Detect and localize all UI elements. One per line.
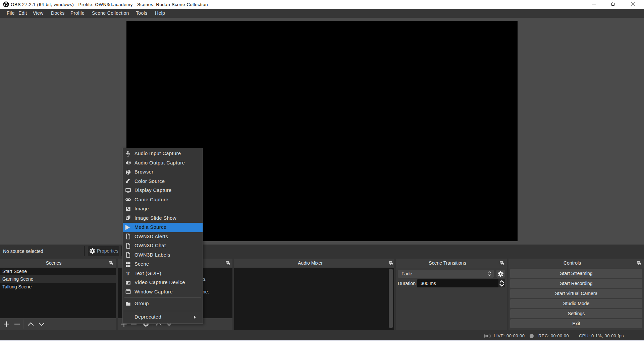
svg-text:T: T bbox=[126, 270, 130, 277]
